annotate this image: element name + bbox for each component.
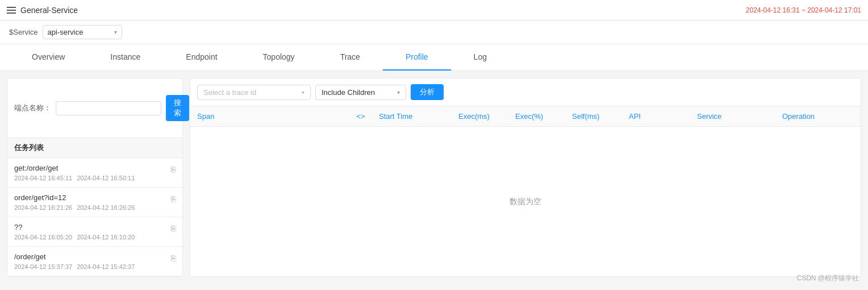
footer-watermark: CSDN @程序猿学社: [796, 274, 859, 283]
table-empty: 数据为空: [190, 127, 861, 276]
tab-overview[interactable]: Overview: [9, 44, 87, 71]
task-date-end: 2024-04-12 15:42:37: [77, 263, 135, 270]
tab-profile[interactable]: Profile: [383, 44, 451, 71]
service-select[interactable]: api-service ▾: [43, 25, 122, 39]
chevron-down-icon: ▾: [302, 89, 304, 96]
th-span: Span: [190, 106, 349, 126]
tab-instance[interactable]: Instance: [87, 44, 163, 71]
task-item[interactable]: /order/get 2024-04-12 15:37:37 2024-04-1…: [7, 247, 182, 276]
top-bar: General-Service 2024-04-12 16:31 ~ 2024-…: [0, 0, 868, 20]
task-name: /order/get: [14, 252, 171, 261]
datetime-range: 2024-04-12 16:31 ~ 2024-04-12 17:01: [746, 6, 861, 14]
search-label: 端点名称：: [14, 103, 51, 113]
trace-id-select[interactable]: Select a trace id ▾: [197, 85, 311, 100]
th-start-time: Start Time: [372, 106, 452, 126]
th-api: API: [622, 106, 690, 126]
task-date-end: 2024-04-12 16:26:26: [77, 204, 135, 211]
task-date-start: 2024-04-12 16:05:20: [14, 234, 72, 241]
right-panel-toolbar: Select a trace id ▾ Include Children ▾ 分…: [190, 78, 861, 106]
chevron-down-icon: ▾: [397, 89, 400, 96]
tab-endpoint[interactable]: Endpoint: [163, 44, 240, 71]
th-code: <>: [349, 106, 372, 126]
right-panel: Select a trace id ▾ Include Children ▾ 分…: [190, 78, 861, 277]
top-bar-left: General-Service: [7, 6, 78, 15]
th-service: Service: [690, 106, 775, 126]
trace-id-placeholder: Select a trace id: [203, 88, 256, 97]
th-exec-pct: Exec(%): [508, 106, 565, 126]
task-copy-icon[interactable]: ⎘: [171, 224, 176, 233]
tab-trace[interactable]: Trace: [318, 44, 383, 71]
task-name: order/get?id=12: [14, 193, 171, 202]
task-copy-icon[interactable]: ⎘: [171, 165, 176, 174]
th-exec-ms: Exec(ms): [452, 106, 508, 126]
service-bar: $Service api-service ▾: [0, 20, 868, 44]
th-operation: Operation: [775, 106, 861, 126]
task-copy-icon[interactable]: ⎘: [171, 254, 176, 263]
left-panel: 端点名称： 搜索 新建任务 任务列表 get:/order/get 2024-0…: [7, 78, 183, 277]
task-date-end: 2024-04-12 16:10:20: [77, 234, 135, 241]
task-item[interactable]: ?? 2024-04-12 16:05:20 2024-04-12 16:10:…: [7, 217, 182, 247]
search-button[interactable]: 搜索: [166, 95, 189, 121]
empty-text: 数据为空: [510, 197, 541, 207]
analyze-button[interactable]: 分析: [411, 84, 444, 100]
task-item[interactable]: get:/order/get 2024-04-12 16:45:11 2024-…: [7, 158, 182, 188]
nav-tabs: Overview Instance Endpoint Topology Trac…: [0, 44, 868, 71]
th-self-ms: Self(ms): [565, 106, 622, 126]
include-children-select[interactable]: Include Children ▾: [315, 85, 406, 100]
task-date-start: 2024-04-12 16:45:11: [14, 175, 72, 181]
task-date-start: 2024-04-12 16:21:26: [14, 204, 72, 211]
hamburger-icon[interactable]: [7, 7, 16, 14]
task-name: ??: [14, 223, 171, 231]
tab-topology[interactable]: Topology: [240, 44, 318, 71]
task-list-header: 任务列表: [7, 138, 182, 158]
task-date-start: 2024-04-12 15:37:37: [14, 263, 72, 270]
search-area: 端点名称： 搜索 新建任务: [7, 78, 182, 138]
chevron-down-icon: ▾: [114, 29, 117, 35]
task-name: get:/order/get: [14, 164, 171, 172]
main-content: 端点名称： 搜索 新建任务 任务列表 get:/order/get 2024-0…: [0, 71, 868, 284]
task-item[interactable]: order/get?id=12 2024-04-12 16:21:26 2024…: [7, 188, 182, 217]
service-select-value: api-service: [48, 28, 84, 36]
task-date-end: 2024-04-12 16:50:11: [77, 175, 135, 181]
app-title: General-Service: [20, 6, 78, 15]
tab-log[interactable]: Log: [451, 44, 510, 71]
search-input[interactable]: [56, 101, 161, 115]
table-header: Span <> Start Time Exec(ms) Exec(%) Self…: [190, 106, 861, 127]
service-label: $Service: [9, 28, 38, 36]
include-children-label: Include Children: [322, 88, 375, 97]
task-copy-icon[interactable]: ⎘: [171, 194, 176, 204]
